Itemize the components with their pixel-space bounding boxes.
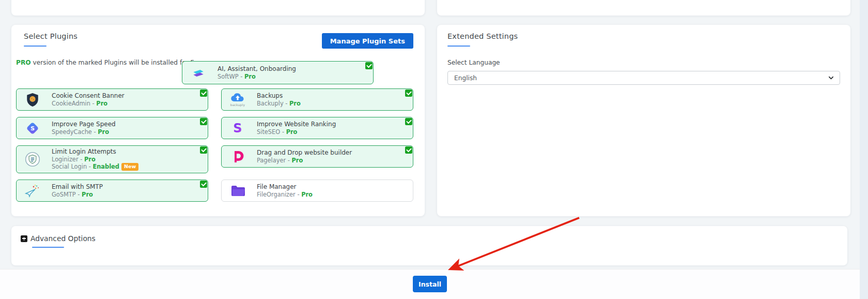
loginizer-icon	[21, 152, 44, 167]
gosmtp-icon	[21, 184, 44, 198]
backuply-icon: backuply	[226, 93, 250, 107]
svg-text:S: S	[30, 125, 35, 132]
softwp-icon	[187, 66, 210, 80]
page-scrollbar-track[interactable]	[860, 0, 868, 299]
plugin-card-cookieadmin[interactable]: Cookie Consent Banner CookieAdmin - Pro	[16, 88, 208, 111]
plugin-subtitle: FileOrganizer - Pro	[257, 191, 313, 198]
checkbox-checked-icon[interactable]	[200, 118, 207, 125]
title-underline	[447, 46, 470, 47]
checkbox-checked-icon[interactable]	[200, 146, 207, 154]
advanced-options-panel: Advanced Options	[11, 226, 847, 265]
plugin-title: Cookie Consent Banner	[52, 92, 125, 100]
pro-free-note: PRO version of the marked Plugins will b…	[16, 59, 204, 66]
plugin-title: AI, Assistant, Onboarding	[218, 65, 296, 73]
plugin-title: File Manager	[257, 183, 313, 191]
svg-text:S: S	[233, 121, 242, 136]
select-language-label: Select Language	[447, 59, 500, 66]
new-badge: New	[121, 163, 138, 171]
plugin-title: Email with SMTP	[52, 183, 103, 191]
installer-page: Select Plugins Manage Plugin Sets PRO ve…	[0, 0, 868, 299]
extended-settings-title: Extended Settings	[447, 32, 518, 40]
plugin-extra-line: Social Login - EnabledNew	[52, 163, 138, 171]
plugin-subtitle: Loginizer - Pro	[52, 156, 138, 163]
pro-highlight: PRO	[16, 59, 31, 66]
plugin-subtitle: Pagelayer - Pro	[257, 157, 352, 164]
plugin-title: Improve Page Speed	[52, 121, 116, 128]
plugin-card-loginizer[interactable]: Limit Login Attempts Loginizer - Pro Soc…	[16, 145, 208, 173]
install-button[interactable]: Install	[413, 276, 447, 292]
plugin-subtitle: GoSMTP - Pro	[52, 191, 103, 198]
extended-settings-panel: Extended Settings Select Language Englis…	[437, 25, 850, 216]
speedycache-icon: S	[21, 121, 44, 136]
select-plugins-panel: Select Plugins Manage Plugin Sets PRO ve…	[11, 25, 425, 216]
plugin-subtitle: SiteSEO - Pro	[257, 128, 336, 136]
cookieadmin-icon	[21, 93, 44, 107]
manage-plugin-sets-button[interactable]: Manage Plugin Sets	[322, 33, 413, 49]
siteseo-icon: S	[226, 121, 250, 136]
checkbox-checked-icon[interactable]	[365, 62, 373, 69]
plugin-title: Drag and Drop website builder	[257, 149, 352, 157]
advanced-options-title: Advanced Options	[30, 234, 96, 243]
backuply-icon-label: backuply	[230, 103, 245, 107]
footer-bar: Install	[0, 270, 860, 299]
plugin-card-fileorganizer[interactable]: File Manager FileOrganizer - Pro	[221, 180, 413, 202]
checkbox-checked-icon[interactable]	[200, 89, 207, 97]
plugin-card-siteseo[interactable]: S Improve Website Ranking SiteSEO - Pro	[221, 117, 413, 139]
plugin-title: Limit Login Attempts	[52, 148, 138, 156]
plugin-subtitle: Backuply - Pro	[257, 100, 301, 107]
plugin-subtitle: SpeedyCache - Pro	[52, 128, 116, 136]
checkbox-checked-icon[interactable]	[405, 118, 412, 125]
top-panel-left-partial	[11, 0, 425, 16]
checkbox-checked-icon[interactable]	[405, 146, 412, 154]
checkbox-checked-icon[interactable]	[200, 181, 207, 188]
checkbox-checked-icon[interactable]	[405, 89, 412, 97]
plugin-subtitle: CookieAdmin - Pro	[52, 100, 125, 107]
title-underline	[24, 46, 47, 47]
pagelayer-icon	[226, 150, 250, 164]
plus-expand-icon[interactable]	[21, 235, 27, 242]
select-plugins-title: Select Plugins	[24, 32, 78, 40]
top-panel-right-partial	[437, 0, 850, 16]
advanced-options-toggle[interactable]: Advanced Options	[21, 234, 96, 243]
plugin-card-gosmtp[interactable]: Email with SMTP GoSMTP - Pro	[16, 180, 208, 202]
language-select[interactable]: English	[447, 71, 840, 85]
plugin-subtitle: SoftWP - Pro	[218, 73, 296, 80]
title-underline	[32, 247, 64, 248]
plugin-card-pagelayer[interactable]: Drag and Drop website builder Pagelayer …	[221, 145, 413, 168]
plugin-card-softwp[interactable]: AI, Assistant, Onboarding SoftWP - Pro	[182, 61, 374, 84]
plugin-card-speedycache[interactable]: S Improve Page Speed SpeedyCache - Pro	[16, 117, 208, 139]
plugin-card-backuply[interactable]: backuply Backups Backuply - Pro	[221, 88, 413, 111]
plugin-title: Improve Website Ranking	[257, 121, 336, 128]
fileorganizer-icon	[226, 185, 250, 197]
plugin-title: Backups	[257, 92, 301, 100]
